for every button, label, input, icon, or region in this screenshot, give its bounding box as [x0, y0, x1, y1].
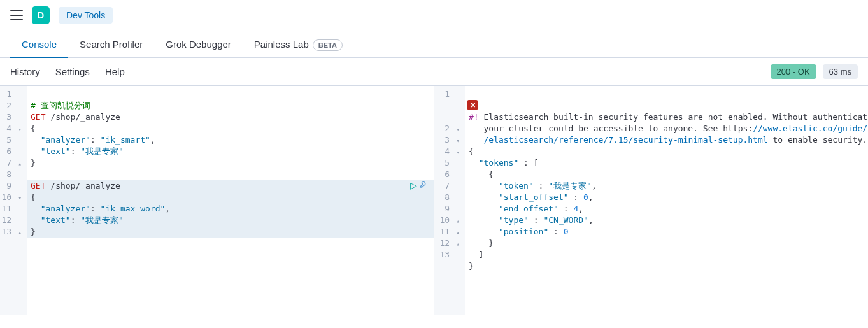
response-gutter: 1 2 ▾3 ▾4 ▾5 6 7 8 9 10 ▴11 ▴12 ▴13	[434, 86, 465, 315]
request-pane[interactable]: 1 2 3 4 ▾5 6 7 ▴8 9 10 ▾11 12 13 ▴ # 查阅凯…	[0, 86, 434, 315]
response-viewer[interactable]: #! Elasticsearch built-in security featu…	[465, 86, 868, 315]
status-badge: 200 - OK	[771, 64, 816, 79]
request-gutter: 1 2 3 4 ▾5 6 7 ▴8 9 10 ▾11 12 13 ▴	[0, 86, 27, 315]
error-icon[interactable]: ✕	[467, 100, 478, 110]
help-link[interactable]: Help	[105, 66, 125, 77]
tab-grok-debugger[interactable]: Grok Debugger	[154, 31, 243, 57]
beta-badge: BETA	[313, 39, 343, 51]
app-icon[interactable]: D	[32, 6, 50, 24]
sub-toolbar: History Settings Help 200 - OK 63 ms	[0, 58, 868, 85]
workspace: 1 2 3 4 ▾5 6 7 ▴8 9 10 ▾11 12 13 ▴ # 查阅凯…	[0, 85, 868, 315]
app-name-badge[interactable]: Dev Tools	[59, 7, 113, 24]
latency-badge: 63 ms	[823, 64, 858, 79]
tab-search-profiler[interactable]: Search Profiler	[68, 31, 154, 57]
history-link[interactable]: History	[10, 66, 40, 77]
response-pane: 1 2 ▾3 ▾4 ▾5 6 7 8 9 10 ▴11 ▴12 ▴13 #! E…	[434, 86, 868, 315]
request-editor[interactable]: # 查阅凯悦分词GET /shop/_analyze{ "analyzer": …	[27, 86, 434, 315]
menu-icon[interactable]	[10, 10, 23, 20]
run-icon[interactable]: ▷	[410, 180, 417, 191]
settings-link[interactable]: Settings	[55, 66, 90, 77]
tab-painless-lab[interactable]: Painless LabBETA	[243, 31, 354, 57]
tab-bar: ConsoleSearch ProfilerGrok DebuggerPainl…	[0, 31, 868, 58]
top-bar: D Dev Tools	[0, 0, 868, 31]
wrench-icon[interactable]	[420, 180, 429, 191]
tab-console[interactable]: Console	[10, 31, 68, 57]
